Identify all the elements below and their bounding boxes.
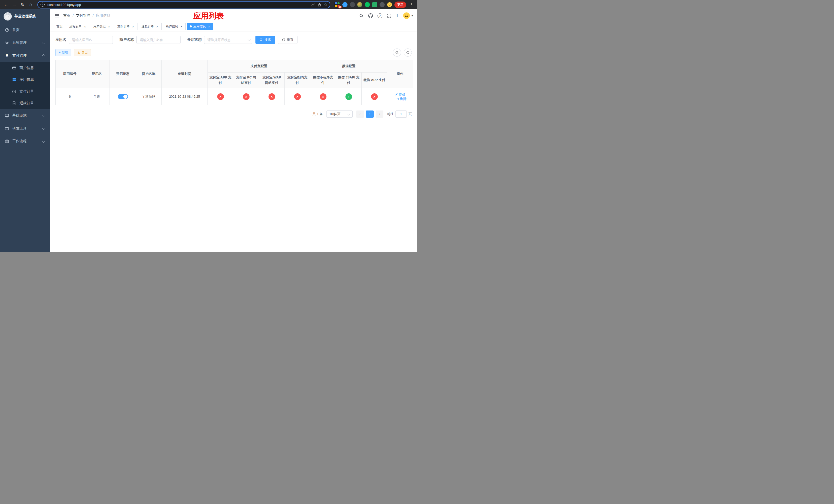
cell-alipay-wap: × [259, 88, 285, 105]
col-header-wechat-app: 微信 APP 支付 [361, 72, 387, 88]
search-icon[interactable] [359, 14, 364, 18]
sidebar-item-payment-management[interactable]: ¥ 支付管理 [0, 49, 50, 62]
breadcrumb-separator: / [72, 14, 73, 18]
next-page-button[interactable]: › [376, 111, 383, 118]
user-menu[interactable]: ▾ [403, 12, 413, 19]
page-1-button[interactable]: 1 [366, 111, 374, 118]
close-icon[interactable]: × [155, 25, 159, 28]
extension-icon-dark[interactable] [350, 2, 355, 7]
tab-user-group[interactable]: 用户分组× [91, 23, 113, 30]
add-button[interactable]: + 新增 [56, 49, 71, 56]
close-icon[interactable]: × [179, 25, 183, 28]
search-form: 应用名 商户名称 开启状态 搜索 [56, 36, 412, 44]
status-select-input[interactable] [204, 36, 253, 44]
cell-wechat-jsapi: ✓ [336, 88, 361, 105]
goto-page-input[interactable] [395, 111, 407, 118]
app-title: 芋道管理系统 [14, 14, 36, 19]
sidebar-item-merchant-info[interactable]: 商户信息 [0, 62, 50, 74]
col-header-wechat-mini: 微信小程序支付 [310, 72, 336, 88]
tab-payment-order[interactable]: 支付订单× [115, 23, 137, 30]
grid-icon [12, 78, 16, 82]
sidebar-item-workflow[interactable]: 工作流程 [0, 135, 50, 148]
hamburger-icon[interactable] [54, 13, 60, 18]
sidebar-item-app-info[interactable]: 应用信息 [0, 74, 50, 86]
reload-icon[interactable]: ↻ [19, 1, 26, 8]
share-icon[interactable] [317, 3, 321, 7]
sidebar-menu: 首页 系统管理 ¥ 支付管理 [0, 24, 50, 148]
font-size-icon[interactable]: T [396, 13, 398, 18]
screen: ← → ↻ ⌂ i localhost:1024/pay/app ☆ 10 [0, 0, 417, 252]
tab-home[interactable]: 首页 [54, 23, 65, 30]
tab-label: 支付订单 [117, 24, 130, 29]
tab-label: 应用信息 [193, 24, 206, 29]
sidebar-item-label: 商户信息 [20, 66, 46, 70]
close-icon[interactable]: × [83, 25, 87, 28]
cell-alipay-qr: × [285, 88, 310, 105]
cell-status [110, 88, 136, 105]
monitor-icon [5, 114, 9, 118]
wechat-devtools-icon[interactable] [365, 2, 370, 7]
extension-grid-icon[interactable]: 10 [334, 2, 340, 7]
disabled-status-icon: × [371, 93, 378, 100]
close-icon[interactable]: × [131, 25, 135, 28]
forward-icon[interactable]: → [11, 1, 18, 8]
app-logo [4, 12, 12, 21]
reset-button[interactable]: 重置 [278, 36, 298, 44]
browser-update-button[interactable]: 更新 [394, 2, 406, 8]
extension-icon-blue[interactable] [343, 2, 348, 7]
sidebar-item-system-management[interactable]: 系统管理 [0, 37, 50, 49]
tab-app-info[interactable]: 应用信息× [187, 23, 213, 30]
tab-label: 退款订单 [141, 24, 154, 29]
toggle-search-button[interactable] [393, 48, 401, 56]
close-icon[interactable]: × [207, 25, 211, 28]
col-header-actions: 操作 [387, 60, 413, 88]
back-icon[interactable]: ← [3, 1, 10, 8]
browser-profile-avatar[interactable] [387, 2, 392, 7]
sidebar-item-dev-tools[interactable]: 研发工具 [0, 122, 50, 135]
address-bar[interactable]: i localhost:1024/pay/app ☆ [38, 1, 330, 8]
fullscreen-icon[interactable] [387, 14, 391, 18]
col-header-alipay-app: 支付宝 APP 支付 [208, 72, 233, 88]
search-button[interactable]: 搜索 [256, 36, 275, 44]
page-size-select[interactable]: 10条/页 [327, 111, 353, 118]
disabled-status-icon: × [243, 93, 249, 100]
close-icon[interactable]: × [107, 25, 111, 28]
url-text[interactable]: localhost:1024/pay/app [47, 3, 309, 7]
github-icon[interactable] [368, 13, 373, 18]
merchant-name-input[interactable] [136, 36, 180, 44]
extension-icon-chat[interactable] [372, 2, 377, 7]
prev-page-button[interactable]: ‹ [356, 111, 364, 118]
disabled-status-icon: × [320, 93, 327, 100]
tab-process-form[interactable]: 流程表单× [67, 23, 89, 30]
status-select[interactable] [204, 36, 253, 44]
browser-menu-icon[interactable]: ⋮ [409, 2, 414, 7]
user-avatar [403, 12, 410, 19]
browser-extensions-area: 10 更新 ⋮ [334, 2, 414, 8]
sidebar-item-infrastructure[interactable]: 基础设施 [0, 109, 50, 122]
status-toggle[interactable] [118, 94, 128, 99]
edit-link[interactable]: 修改 [395, 92, 405, 97]
home-icon[interactable]: ⌂ [27, 1, 35, 8]
sidebar-item-home[interactable]: 首页 [0, 24, 50, 37]
breadcrumb-home[interactable]: 首页 [63, 13, 70, 18]
help-icon[interactable]: ? [377, 13, 382, 18]
table-toolbar: + 新增 导出 [56, 48, 412, 56]
site-info-icon[interactable]: i [41, 3, 45, 7]
tab-merchant-info[interactable]: 商户信息× [163, 23, 186, 30]
app-logo-row[interactable]: 芋道管理系统 [0, 9, 50, 24]
refresh-table-button[interactable] [404, 48, 412, 56]
extensions-puzzle-icon[interactable] [379, 2, 385, 7]
tab-refund-order[interactable]: 退款订单× [139, 23, 161, 30]
sidebar-item-refund-order[interactable]: 退款订单 [0, 97, 50, 109]
password-key-icon[interactable] [311, 3, 315, 7]
app-name-input[interactable] [69, 36, 113, 44]
tab-label: 首页 [57, 24, 63, 29]
delete-link[interactable]: 删除 [396, 97, 407, 101]
col-header-created: 创建时间 [161, 60, 208, 88]
bookmark-star-icon[interactable]: ☆ [324, 3, 327, 7]
breadcrumb-payment[interactable]: 支付管理 [76, 13, 90, 18]
export-button[interactable]: 导出 [74, 49, 91, 56]
extension-icon-avatar[interactable] [357, 2, 363, 7]
sidebar-item-payment-order[interactable]: 支付订单 [0, 86, 50, 97]
edit-link-label: 修改 [399, 92, 405, 97]
